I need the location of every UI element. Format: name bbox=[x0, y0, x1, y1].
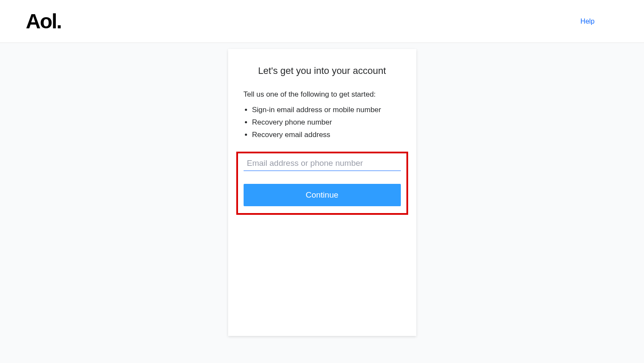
aol-logo: Aol. bbox=[26, 9, 61, 33]
highlight-annotation: Continue bbox=[236, 152, 408, 215]
help-link[interactable]: Help bbox=[580, 18, 595, 25]
list-item: Recovery email address bbox=[252, 129, 401, 141]
main-content: Let's get you into your account Tell us … bbox=[0, 43, 644, 336]
email-or-phone-input[interactable] bbox=[244, 156, 401, 171]
list-item: Recovery phone number bbox=[252, 116, 401, 129]
option-list: Sign-in email address or mobile number R… bbox=[244, 104, 401, 141]
list-item: Sign-in email address or mobile number bbox=[252, 104, 401, 116]
card-title: Let's get you into your account bbox=[244, 65, 401, 76]
instruction-text: Tell us one of the following to get star… bbox=[244, 90, 401, 99]
recovery-card: Let's get you into your account Tell us … bbox=[228, 49, 416, 336]
continue-button[interactable]: Continue bbox=[244, 184, 401, 206]
page-header: Aol. Help bbox=[0, 0, 644, 43]
